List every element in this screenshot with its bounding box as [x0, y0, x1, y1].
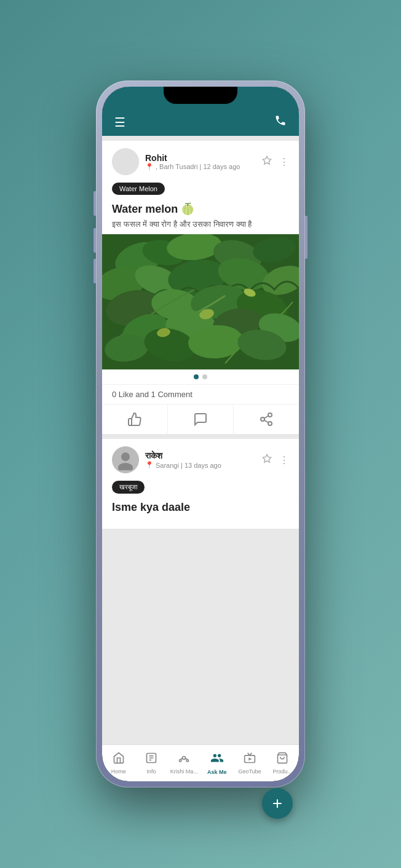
nav-askme-label: Ask Me	[207, 769, 227, 775]
svg-point-28	[268, 422, 272, 425]
pin-icon-2[interactable]	[262, 454, 272, 466]
comment-button-1[interactable]	[168, 404, 234, 434]
post-actions-2: ⋮	[262, 454, 289, 466]
post-subtitle-1: इस फसल में क्या रोग है और उसका निवारण क्…	[102, 218, 299, 234]
post-user-info-2: राकेश 📍 Sarangi | 13 days ago	[145, 451, 262, 469]
avatar-rakesh	[112, 446, 139, 473]
post-header-2: राकेश 📍 Sarangi | 13 days ago	[102, 439, 299, 478]
svg-point-38	[180, 760, 181, 762]
phone-frame: ☰ Rohit	[96, 81, 305, 787]
svg-point-27	[261, 417, 264, 421]
nav-geotube[interactable]: GeoTube	[233, 749, 266, 777]
svg-point-26	[268, 413, 272, 417]
post-username-2: राकेश	[145, 451, 262, 461]
svg-line-29	[264, 420, 269, 423]
svg-line-30	[264, 416, 269, 419]
post-stats-1: 0 Like and 1 Comment	[102, 384, 299, 404]
nav-home-label: Home	[111, 768, 126, 775]
post-card-1: Rohit 📍 , Barh Tusadri | 12 days ago	[102, 141, 299, 434]
nav-home[interactable]: Home	[102, 749, 135, 777]
nav-products[interactable]: Produ...	[266, 749, 299, 777]
more-icon-1[interactable]: ⋮	[279, 156, 289, 168]
location-pin-icon-2: 📍	[145, 461, 154, 469]
menu-icon[interactable]: ☰	[114, 115, 125, 130]
post-location-1: 📍 , Barh Tusadri | 12 days ago	[145, 163, 262, 171]
dot-1-active	[194, 374, 199, 379]
share-button-1[interactable]	[234, 404, 299, 434]
nav-products-label: Produ...	[273, 768, 293, 775]
post-title-1: Water melon 🍈	[102, 200, 299, 218]
image-dots-1	[102, 369, 299, 384]
bottom-nav: Home Info	[102, 744, 299, 781]
svg-marker-43	[248, 757, 252, 760]
home-icon	[113, 752, 125, 767]
pin-icon-1[interactable]	[262, 156, 272, 168]
phone-icon[interactable]	[274, 114, 287, 130]
post-title-2: Isme kya daale	[102, 499, 299, 516]
info-icon	[145, 752, 157, 767]
more-icon-2[interactable]: ⋮	[279, 454, 289, 466]
nav-askme[interactable]: Ask Me	[200, 749, 233, 778]
products-icon	[276, 752, 288, 767]
tag-badge-2[interactable]: खरबूजा	[112, 481, 145, 494]
location-pin-icon: 📍	[145, 163, 154, 171]
nav-info-label: Info	[146, 768, 156, 775]
post-header-1: Rohit 📍 , Barh Tusadri | 12 days ago	[102, 141, 299, 180]
post-username-1: Rohit	[145, 153, 262, 163]
nav-info[interactable]: Info	[135, 749, 167, 777]
geotube-icon	[244, 752, 256, 767]
nav-geotube-label: GeoTube	[238, 768, 261, 775]
like-button-1[interactable]	[102, 404, 168, 434]
post-card-2: राकेश 📍 Sarangi | 13 days ago	[102, 439, 299, 529]
post-location-2: 📍 Sarangi | 13 days ago	[145, 461, 262, 469]
avatar-rohit	[112, 148, 139, 175]
krishi-icon	[178, 752, 190, 767]
post-buttons-1	[102, 404, 299, 434]
app-header: ☰	[102, 87, 299, 136]
svg-point-31	[121, 452, 130, 461]
notch	[164, 87, 237, 104]
tag-badge-1[interactable]: Water Melon	[112, 183, 165, 195]
askme-icon	[210, 751, 224, 768]
svg-point-39	[186, 760, 188, 762]
nav-krishi[interactable]: Krishi Ma...	[168, 749, 200, 777]
post-image-1	[102, 234, 299, 369]
svg-point-32	[118, 463, 133, 470]
post-actions-1: ⋮	[262, 156, 289, 168]
post-user-info-1: Rohit 📍 , Barh Tusadri | 12 days ago	[145, 153, 262, 171]
nav-krishi-label: Krishi Ma...	[170, 768, 198, 775]
dot-1-inactive	[202, 374, 207, 379]
content-area: Rohit 📍 , Barh Tusadri | 12 days ago	[102, 136, 299, 744]
